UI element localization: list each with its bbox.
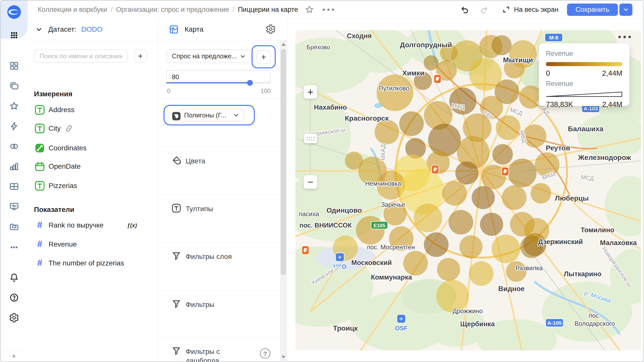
nav-overview-icon[interactable] <box>9 61 19 72</box>
section-funnel-row[interactable]: Фильтры слоя <box>158 242 280 291</box>
layer-selector[interactable]: Спрос на предложе... <box>166 50 251 63</box>
revenue-bubble[interactable] <box>403 251 428 276</box>
revenue-bubble[interactable] <box>399 111 424 136</box>
revenue-bubble[interactable] <box>449 87 476 115</box>
dimension-row[interactable]: City <box>28 119 158 138</box>
nav-storage-icon[interactable] <box>9 222 19 233</box>
revenue-bubble[interactable] <box>442 181 467 206</box>
map-place-label: Видное <box>498 285 525 293</box>
apps-grid-icon[interactable] <box>9 30 19 41</box>
nav-tables-icon[interactable] <box>9 182 19 193</box>
revenue-bubble[interactable] <box>424 55 439 70</box>
revenue-bubble[interactable] <box>472 186 495 209</box>
revenue-bubble[interactable] <box>428 124 461 156</box>
revenue-bubble[interactable] <box>502 185 527 210</box>
svg-text:₽: ₽ <box>503 168 507 175</box>
revenue-bubble[interactable] <box>377 74 413 111</box>
section-tooltip-row[interactable]: Тултипы <box>158 195 280 243</box>
dimension-row[interactable]: Pizzerias <box>28 176 158 195</box>
dataset-name-link[interactable]: DODO <box>81 25 102 33</box>
notifications-bell-icon[interactable] <box>9 273 19 284</box>
nav-more-icon[interactable] <box>9 242 19 253</box>
formula-fx-icon: ƒ(x) <box>127 221 138 229</box>
nav-datasets-icon[interactable] <box>9 141 19 152</box>
revenue-bubble[interactable] <box>492 235 520 263</box>
funnel-icon <box>171 346 181 356</box>
revenue-bubble[interactable] <box>375 120 399 144</box>
zoom-in-button[interactable]: + <box>304 85 317 99</box>
section-funnel-row[interactable]: Фильтры с дашборда? <box>158 337 280 362</box>
nav-charts-icon[interactable] <box>9 161 19 172</box>
dataset-label: Датасет: <box>48 25 76 33</box>
opacity-slider-thumb[interactable] <box>247 80 253 86</box>
add-field-button[interactable]: + <box>134 50 147 63</box>
map-place-label: Путилково <box>379 85 410 92</box>
measure-row[interactable]: #Rank по выручкеƒ(x) <box>28 216 158 235</box>
dataset-header[interactable]: Датасет: DODO <box>28 19 158 40</box>
chart-type-title[interactable]: Карта <box>185 25 204 33</box>
map-place-label: Химки <box>402 69 424 77</box>
revenue-bubble[interactable] <box>459 235 482 258</box>
scrollbar-thumb[interactable] <box>281 49 286 275</box>
favorite-star-icon[interactable] <box>305 5 314 14</box>
add-layer-button[interactable]: + <box>257 50 271 63</box>
breadcrumb-item[interactable]: Организации: спрос и предложение <box>116 6 229 14</box>
revenue-bubble[interactable] <box>492 144 513 165</box>
help-circle-icon[interactable]: ? <box>260 348 270 359</box>
nav-dashboards-icon[interactable] <box>9 202 19 213</box>
breadcrumb-item[interactable]: Пиццерии на карте <box>238 6 298 14</box>
chart-settings-gear-icon[interactable] <box>266 24 276 34</box>
revenue-bubble[interactable] <box>424 232 449 257</box>
nav-collections-icon[interactable] <box>9 81 19 92</box>
nav-connections-icon[interactable] <box>9 121 19 132</box>
section-funnel-row[interactable]: Фильтры <box>158 290 280 338</box>
measure-hash-icon: # <box>34 220 45 231</box>
revenue-bubble[interactable] <box>492 35 512 55</box>
fullscreen-icon[interactable] <box>502 5 510 14</box>
breadcrumb-more-icon[interactable] <box>323 9 334 11</box>
revenue-bubble[interactable] <box>449 210 473 235</box>
search-input[interactable] <box>34 50 128 63</box>
fullscreen-label[interactable]: На весь экран <box>514 6 558 14</box>
zoom-out-button[interactable]: − <box>304 175 317 189</box>
dimension-row[interactable]: Coordinates <box>28 139 158 157</box>
measure-row[interactable]: #The number of pizzerias <box>28 254 158 273</box>
dimension-row[interactable]: Address <box>28 101 158 119</box>
measure-name: Revenue <box>49 240 77 248</box>
revenue-bubble[interactable] <box>469 261 494 286</box>
revenue-bubble[interactable] <box>531 183 551 204</box>
opacity-input[interactable]: 80 <box>166 70 271 83</box>
ruble-metro-badge: ₽ <box>432 165 439 174</box>
revenue-bubble[interactable] <box>455 161 478 185</box>
save-menu-button[interactable] <box>619 4 632 16</box>
revenue-bubble[interactable] <box>437 258 460 281</box>
nav-favorites-icon[interactable] <box>9 101 19 112</box>
section-paint-row[interactable]: Цвета <box>158 147 280 195</box>
save-button[interactable]: Сохранить <box>567 4 618 16</box>
settings-gear-icon[interactable] <box>9 313 19 324</box>
revenue-bubble[interactable] <box>414 204 442 232</box>
undo-icon[interactable] <box>460 5 469 14</box>
map-place-label: Люберцы <box>555 194 589 202</box>
breadcrumb-item[interactable]: Коллекции и воркбуки <box>38 6 107 14</box>
scroll-down-icon[interactable] <box>281 356 286 358</box>
map-canvas[interactable]: М-8А-103А-105Е105₽₽₽₽✈VKO✈OSF СходняБрёх… <box>295 30 641 350</box>
zoom-drag-handle[interactable] <box>304 134 317 143</box>
revenue-bubble[interactable] <box>480 213 503 236</box>
revenue-bubble[interactable] <box>523 124 546 148</box>
scroll-up-icon[interactable] <box>281 43 286 46</box>
datalens-logo-icon[interactable] <box>7 5 21 20</box>
revenue-bubble[interactable] <box>496 115 520 140</box>
help-icon[interactable] <box>9 293 19 304</box>
redo-icon[interactable] <box>480 5 489 14</box>
measure-row[interactable]: #Revenue <box>28 235 158 254</box>
dimension-row[interactable]: OpenDate <box>28 157 158 176</box>
revenue-bubble[interactable] <box>508 159 537 187</box>
map-menu-icon[interactable] <box>618 36 631 38</box>
string-field-icon <box>34 105 45 115</box>
rail-collapse-footer[interactable] <box>1 351 28 361</box>
panel-scrollbar[interactable] <box>280 40 287 361</box>
revenue-bubble[interactable] <box>356 216 385 245</box>
map-place-label: Коммунарка <box>371 274 412 281</box>
geotype-selector[interactable]: Полигоны (Г... <box>179 109 244 121</box>
